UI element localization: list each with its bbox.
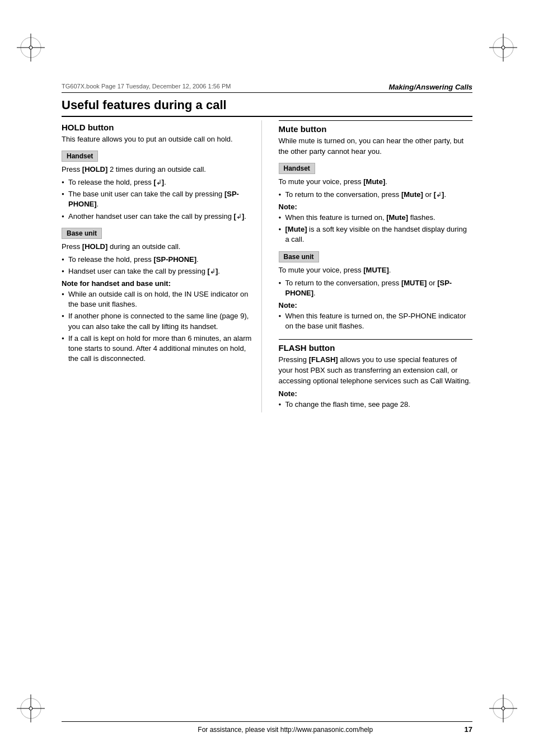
left-column: HOLD button This feature allows you to p… [62,120,262,412]
corner-mark-bl [17,694,45,722]
hold-note-bullets: While an outside call is on hold, the IN… [62,289,256,364]
base-badge-mute: Base unit [279,251,319,262]
mute-base-para: To mute your voice, press [MUTE]. [279,265,473,276]
list-item: To return to the conversation, press [MU… [279,278,473,298]
handset-badge-mute: Handset [279,163,315,174]
two-column-layout: HOLD button This feature allows you to p… [62,120,472,412]
base-badge-hold: Base unit [62,228,102,239]
list-item: The base unit user can take the call by … [62,189,256,209]
svg-point-15 [502,707,505,710]
hold-base-bullets: To release the hold, press [SP-PHONE]. H… [62,255,256,276]
list-item: While an outside call is on hold, the IN… [62,289,256,309]
footer: For assistance, please visit http://www.… [62,721,472,734]
mute-note-heading-2: Note: [279,301,473,309]
mute-rule [279,120,473,121]
svg-point-3 [29,46,32,49]
list-item: When this feature is turned on, [Mute] f… [279,213,473,223]
mute-handset-para: To mute your voice, press [Mute]. [279,177,473,187]
list-item: To return to the conversation, press [Mu… [279,190,473,200]
flash-heading: FLASH button [279,343,473,353]
mute-note-bullets-1: When this feature is turned on, [Mute] f… [279,213,473,245]
list-item: To release the hold, press [SP-PHONE]. [62,255,256,265]
mute-base-bullets: To return to the conversation, press [MU… [279,278,473,298]
flash-rule [279,339,473,340]
list-item: [Mute] is a soft key visible on the hand… [279,224,473,245]
main-content: Useful features during a call HOLD butto… [62,98,472,700]
flash-note-heading: Note: [279,389,473,398]
main-title: Useful features during a call [62,98,472,117]
mute-note-bullets-2: When this feature is turned on, the SP-P… [279,311,473,331]
list-item: If another phone is connected to the sam… [62,311,256,331]
list-item: To release the hold, press [↲]. [62,177,256,187]
hold-base-para: Press [HOLD] during an outside call. [62,242,256,252]
list-item: When this feature is turned on, the SP-P… [279,311,473,331]
hold-handset-bullets: To release the hold, press [↲]. The base… [62,177,256,222]
flash-intro: Pressing [FLASH] allows you to use speci… [279,355,473,387]
list-item: Handset user can take the call by pressi… [62,266,256,276]
hold-note-heading: Note for handset and base unit: [62,279,256,288]
hold-handset-para: Press [HOLD] 2 times during an outside c… [62,165,256,175]
corner-mark-br [489,694,517,722]
hold-heading: HOLD button [62,123,256,132]
mute-handset-bullets: To return to the conversation, press [Mu… [279,190,473,200]
footer-text: For assistance, please visit http://www.… [106,726,465,734]
list-item: If a call is kept on hold for more than … [62,334,256,364]
hold-intro: This feature allows you to put an outsid… [62,134,256,145]
mute-note-heading-1: Note: [279,203,473,211]
right-column: Mute button While mute is turned on, you… [273,120,473,412]
list-item: Another handset user can take the call b… [62,212,256,222]
page-header: Making/Answering Calls [388,83,472,91]
corner-mark-tl [17,34,45,62]
mute-heading: Mute button [279,124,473,134]
list-item: To change the flash time, see page 28. [279,400,473,410]
svg-point-11 [29,707,32,710]
book-header: TG607X.book Page 17 Tuesday, December 12… [62,83,231,90]
footer-page-number: 17 [465,725,472,734]
header-divider [62,92,472,93]
flash-note-bullets: To change the flash time, see page 28. [279,400,473,410]
corner-mark-tr [489,34,517,62]
svg-point-7 [502,46,505,49]
mute-intro: While mute is turned on, you can hear th… [279,136,473,157]
handset-badge-hold: Handset [62,151,98,162]
